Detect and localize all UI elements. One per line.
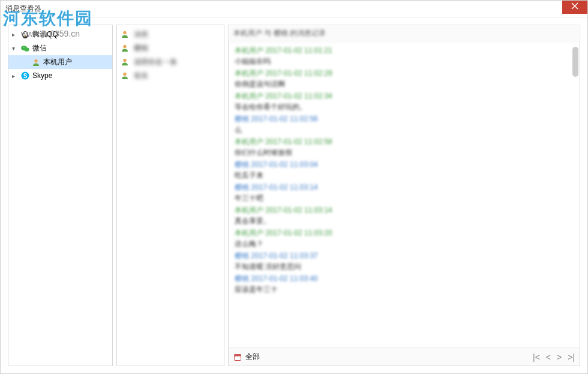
chat-message: 樱桃 2017-01-02 11:03:04吃瓜子来 — [235, 160, 574, 181]
contact-name: 该陪你走一条 — [134, 57, 177, 67]
chat-message: 樱桃 2017-01-02 11:03:40应该是年三十 — [235, 274, 574, 295]
page-first-button[interactable]: |< — [533, 352, 540, 362]
calendar-icon[interactable] — [233, 353, 242, 361]
svg-rect-17 — [235, 354, 241, 356]
user-icon — [121, 30, 130, 40]
message-meta: 樱桃 2017-01-02 11:03:14 — [235, 182, 574, 193]
main-area: ▸ 腾讯QQ ▾ 微信 本机用户 ▸ S Skype — [1, 17, 587, 373]
message-text: 你们什么时候放假 — [235, 148, 574, 158]
svg-text:S: S — [23, 73, 28, 79]
message-meta: 樱桃 2017-01-02 11:03:40 — [235, 274, 574, 284]
chat-footer: 全部 |< < > >| — [229, 348, 580, 366]
tree-label: 本机用户 — [43, 57, 72, 67]
chat-message: 本机用户 2017-01-02 11:03:14真会享受。 — [235, 205, 574, 226]
contact-item[interactable]: 淡然 — [117, 28, 224, 41]
tree-label: 微信 — [32, 43, 47, 53]
svg-point-14 — [123, 58, 126, 61]
contact-name: 樱桃 — [134, 43, 148, 53]
page-next-button[interactable]: > — [557, 352, 562, 362]
tree-item-qq[interactable]: ▸ 腾讯QQ — [8, 28, 112, 41]
chevron-right-icon: ▸ — [12, 73, 18, 79]
contact-item[interactable]: 骨灰 — [117, 69, 224, 83]
wechat-icon — [20, 44, 30, 53]
chat-message: 樱桃 2017-01-02 11:02:56么 — [235, 114, 574, 135]
message-text: 年三十吧 — [235, 193, 574, 204]
message-text: 么 — [235, 125, 574, 135]
contact-item[interactable]: 该陪你走一条 — [117, 55, 224, 69]
chat-message: 本机用户 2017-01-02 11:03:20这么晚？ — [235, 228, 574, 249]
svg-point-9 — [34, 59, 37, 62]
close-icon — [571, 2, 578, 10]
message-text: 吃瓜子来 — [235, 170, 574, 181]
skype-icon: S — [20, 71, 30, 80]
svg-point-7 — [23, 47, 23, 47]
contact-item[interactable]: 樱桃 — [117, 41, 224, 55]
pager: |< < > >| — [533, 352, 575, 362]
chat-message: 本机用户 2017-01-02 11:02:29你倒是说句话啊 — [235, 68, 574, 89]
message-text: 小姐姐在吗 — [235, 56, 574, 67]
message-meta: 本机用户 2017-01-02 11:01:21 — [235, 46, 574, 56]
contacts-list: 淡然 樱桃 该陪你走一条 骨灰 — [116, 25, 224, 366]
contact-name: 淡然 — [134, 29, 148, 40]
titlebar: 消息查看器 — [1, 1, 587, 17]
message-meta: 樱桃 2017-01-02 11:03:37 — [235, 251, 574, 261]
close-button[interactable] — [562, 1, 587, 14]
contact-name: 骨灰 — [134, 71, 148, 81]
qq-icon — [20, 30, 30, 40]
message-text: 不知道呢 没好意思问 — [235, 262, 574, 272]
chat-message: 本机用户 2017-01-02 11:02:34等会给你看个好玩的。 — [235, 91, 574, 112]
message-text: 等会给你看个好玩的。 — [235, 102, 574, 112]
user-icon — [121, 58, 130, 67]
message-text: 真会享受。 — [235, 216, 574, 226]
message-meta: 樱桃 2017-01-02 11:03:04 — [235, 160, 574, 170]
svg-point-12 — [123, 31, 126, 34]
tree-item-wechat[interactable]: ▾ 微信 — [8, 41, 112, 55]
svg-point-2 — [24, 33, 25, 34]
message-meta: 樱桃 2017-01-02 11:02:56 — [235, 114, 574, 124]
tree-item-local-user[interactable]: 本机用户 — [8, 55, 112, 69]
message-meta: 本机用户 2017-01-02 11:02:58 — [235, 137, 574, 147]
chat-message: 樱桃 2017-01-02 11:03:37不知道呢 没好意思问 — [235, 251, 574, 272]
chat-message: 本机用户 2017-01-02 11:02:58你们什么时候放假 — [235, 137, 574, 158]
user-icon — [31, 58, 41, 67]
user-icon — [121, 44, 130, 53]
chevron-right-icon: ▸ — [12, 31, 18, 38]
svg-point-15 — [123, 72, 126, 75]
account-tree: ▸ 腾讯QQ ▾ 微信 本机用户 ▸ S Skype — [8, 25, 113, 366]
message-meta: 本机用户 2017-01-02 11:03:20 — [235, 228, 574, 238]
message-meta: 本机用户 2017-01-02 11:03:14 — [235, 205, 574, 216]
tree-label: Skype — [32, 71, 52, 80]
user-icon — [121, 71, 130, 81]
chat-message: 本机用户 2017-01-02 11:01:21小姐姐在吗 — [235, 46, 574, 67]
message-text: 你倒是说句话啊 — [235, 79, 574, 89]
message-meta: 本机用户 2017-01-02 11:02:29 — [235, 68, 574, 79]
window-title: 消息查看器 — [5, 4, 41, 14]
tree-item-skype[interactable]: ▸ S Skype — [8, 69, 112, 82]
message-text: 这么晚？ — [235, 239, 574, 249]
svg-point-8 — [25, 47, 25, 47]
footer-filter-label[interactable]: 全部 — [245, 352, 260, 362]
message-meta: 本机用户 2017-01-02 11:02:34 — [235, 91, 574, 101]
chat-body[interactable]: 本机用户 2017-01-02 11:01:21小姐姐在吗本机用户 2017-0… — [229, 42, 580, 348]
page-last-button[interactable]: >| — [568, 352, 575, 362]
svg-point-3 — [26, 33, 27, 34]
svg-point-13 — [123, 44, 126, 47]
chat-panel: 本机用户 与 樱桃 的消息记录 本机用户 2017-01-02 11:01:21… — [228, 25, 580, 366]
chat-header: 本机用户 与 樱桃 的消息记录 — [229, 25, 580, 42]
tree-label: 腾讯QQ — [32, 29, 58, 40]
svg-point-6 — [25, 47, 29, 51]
page-prev-button[interactable]: < — [546, 352, 551, 362]
chat-message: 樱桃 2017-01-02 11:03:14年三十吧 — [235, 182, 574, 204]
chevron-down-icon: ▾ — [12, 45, 18, 52]
message-text: 应该是年三十 — [235, 285, 574, 295]
svg-point-4 — [24, 35, 26, 36]
